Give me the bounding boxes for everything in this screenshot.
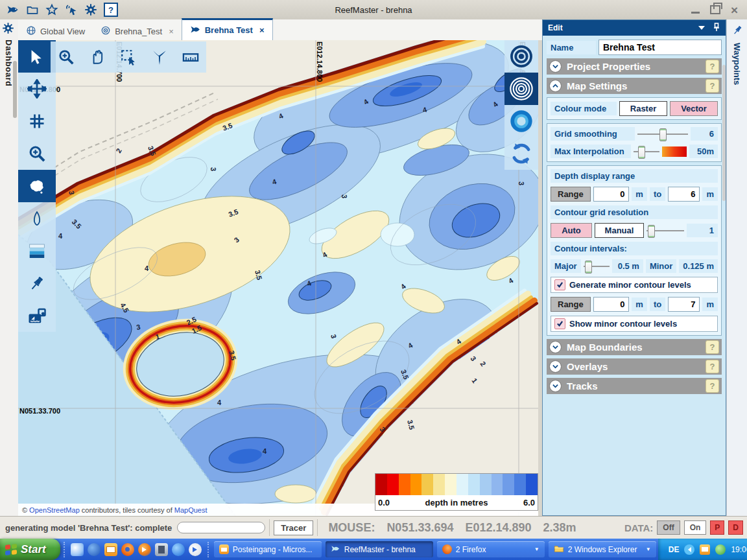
pan-hand-tool-button[interactable] (82, 41, 113, 73)
generate-minor-contours-checkbox-row[interactable]: Generate minor contour levels (551, 277, 718, 293)
messenger-icon[interactable] (71, 543, 84, 556)
depth-layers-button[interactable] (18, 235, 56, 267)
start-button[interactable]: Start (0, 539, 60, 560)
tracer-button[interactable]: Tracer (274, 520, 313, 535)
section-map-boundaries[interactable]: Map Boundaries ? (547, 339, 722, 355)
interpolation-gradient-icon (662, 146, 687, 157)
minor-from-input[interactable]: 0 (593, 297, 630, 312)
chevron-down-icon[interactable] (549, 341, 562, 353)
marquee-select-tool-button[interactable] (113, 41, 144, 73)
vector-button[interactable]: Vector (670, 101, 718, 116)
range-button[interactable]: Range (551, 187, 591, 202)
data-off-button[interactable]: Off (657, 520, 680, 535)
help-button[interactable]: ? (706, 79, 719, 93)
panel-menu-caret-icon[interactable] (698, 26, 705, 30)
checkbox-checked-icon[interactable] (554, 279, 565, 290)
help-button[interactable]: ? (706, 360, 719, 373)
taskbar-button-reefmaster[interactable]: ReefMaster - brehna (326, 541, 433, 557)
fish-marker-tool-button[interactable] (144, 41, 175, 73)
minor-to-input[interactable]: 7 (668, 297, 700, 312)
help-button[interactable]: ? (706, 340, 719, 354)
waypoint-pin-button[interactable] (18, 267, 56, 299)
contour-depth-label: 4 (58, 232, 63, 240)
mapquest-link[interactable]: MapQuest (174, 506, 208, 514)
max-interpolation-slider[interactable] (634, 146, 659, 158)
dashboard-strip[interactable]: Dashboard (0, 19, 19, 516)
tab-brehna-test-project[interactable]: Brehna_Test × (93, 22, 182, 40)
internet-explorer-icon[interactable] (172, 543, 185, 556)
firefox-icon[interactable] (121, 543, 134, 556)
legend-color-band (421, 474, 433, 495)
group-caret-icon[interactable]: ▼ (646, 546, 651, 552)
dashboard-gear-icon[interactable] (2, 22, 16, 37)
grid-resolution-slider[interactable] (646, 225, 684, 237)
zoom-tool-button[interactable] (51, 41, 82, 73)
tab-close-icon[interactable]: × (169, 27, 174, 36)
media-player-icon[interactable] (138, 543, 151, 556)
help-button[interactable]: ? (706, 379, 719, 393)
chevron-down-icon[interactable] (549, 60, 562, 73)
auto-button[interactable]: Auto (551, 223, 592, 238)
depth-from-input[interactable]: 0 (593, 187, 630, 202)
panel-scrollbar[interactable] (722, 65, 726, 201)
osm-link[interactable]: OpenStreetMap (29, 506, 80, 514)
language-indicator[interactable]: DE (669, 545, 680, 554)
tab-global-view[interactable]: Global View (18, 22, 93, 40)
taskbar-button-explorer[interactable]: 2 Windows Explorer ▼ (549, 541, 656, 557)
help-button[interactable]: ? (706, 60, 719, 73)
data-d-button[interactable]: D (728, 520, 743, 535)
group-caret-icon[interactable]: ▼ (534, 546, 540, 552)
region-australia-button[interactable] (18, 170, 56, 202)
app-badge-icon[interactable] (88, 543, 101, 556)
waypoints-tab-strip[interactable]: Waypoints (726, 19, 747, 516)
checkbox-checked-icon[interactable] (554, 318, 565, 329)
restore-button[interactable] (710, 5, 720, 14)
select-tool-button[interactable] (19, 41, 51, 73)
section-tracks[interactable]: Tracks ? (547, 378, 722, 394)
tab-close-icon[interactable]: × (259, 25, 265, 35)
calculator-icon[interactable] (155, 543, 168, 556)
grid-toggle-button[interactable] (18, 105, 56, 137)
grid-smoothing-slider[interactable] (637, 128, 688, 140)
refresh-button[interactable] (504, 137, 538, 170)
depth-shading-button[interactable] (504, 105, 538, 137)
section-overlays[interactable]: Overlays ? (547, 358, 722, 375)
tab-brehna-test-map[interactable]: Brehna Test × (182, 18, 273, 40)
chevron-down-icon[interactable] (549, 380, 562, 392)
tray-mail-icon[interactable] (700, 544, 710, 555)
chevron-up-icon[interactable] (549, 80, 562, 92)
bathymetry-map[interactable]: N051.33.800 N051.33.700 E012.14.700 E012… (18, 40, 538, 516)
contour-intervals-title: Contour intervals: (551, 242, 718, 255)
boat-hull-button[interactable] (18, 202, 56, 235)
section-map-settings[interactable]: Map Settings ? (547, 78, 722, 94)
map-side-toolbar (18, 40, 56, 332)
close-button[interactable]: × (731, 4, 738, 16)
contour-rings-button[interactable] (504, 73, 538, 105)
taskbar-button-mail[interactable]: Posteingang - Micros... (214, 541, 322, 557)
section-project-properties[interactable]: Project Properties ? (547, 58, 722, 75)
data-on-button[interactable]: On (684, 520, 707, 535)
sonar-boat-button[interactable] (18, 299, 56, 332)
name-input[interactable]: Brehna Test (599, 40, 722, 55)
show-desktop-icon[interactable] (189, 543, 202, 556)
chevron-down-icon[interactable] (549, 360, 562, 373)
tray-update-icon[interactable] (715, 544, 726, 555)
splitter-handle[interactable] (13, 61, 17, 118)
taskbar-button-firefox[interactable]: 2 Firefox ▼ (437, 541, 545, 557)
panel-pin-icon[interactable] (713, 23, 720, 34)
depth-to-input[interactable]: 6 (668, 187, 700, 202)
zoom-extent-button[interactable] (18, 137, 56, 170)
major-interval-slider[interactable] (584, 261, 610, 272)
pan-move-button[interactable] (18, 73, 56, 105)
raster-button[interactable]: Raster (619, 101, 667, 116)
waypoint-target-button[interactable] (504, 40, 538, 73)
manual-button[interactable]: Manual (595, 223, 644, 238)
tray-chevron-icon[interactable] (684, 544, 694, 555)
edit-panel-header[interactable]: Edit (543, 20, 726, 36)
range-button[interactable]: Range (551, 297, 591, 312)
data-p-button[interactable]: P (710, 520, 724, 535)
show-minor-contours-checkbox-row[interactable]: Show minor contour levels (551, 316, 718, 332)
measure-ruler-tool-button[interactable] (175, 41, 206, 73)
minimize-button[interactable] (691, 12, 700, 14)
outlook-mail-icon[interactable] (104, 543, 117, 556)
